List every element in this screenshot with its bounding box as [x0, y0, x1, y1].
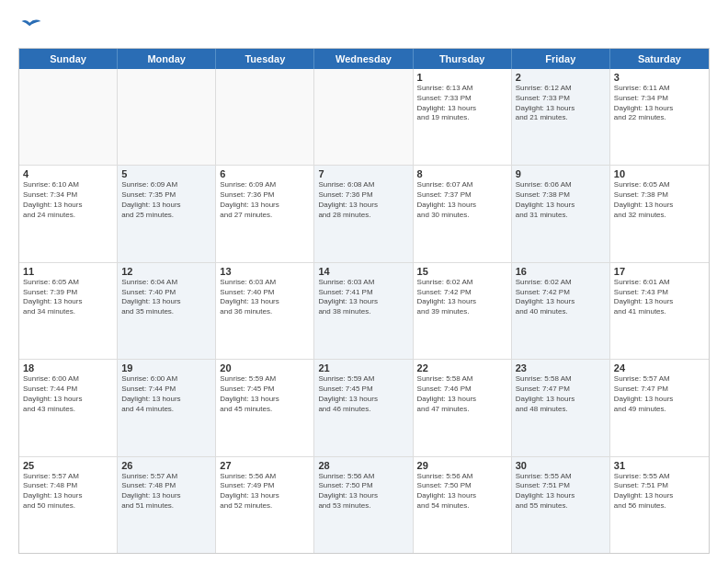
cell-line: and 39 minutes.: [417, 307, 507, 317]
day-number: 20: [220, 362, 310, 373]
day-number: 12: [121, 266, 211, 277]
cell-line: Sunset: 7:40 PM: [121, 288, 211, 298]
calendar-row-0: 1Sunrise: 6:13 AMSunset: 7:33 PMDaylight…: [19, 69, 709, 166]
cell-line: Sunrise: 6:03 AM: [220, 278, 310, 288]
cell-line: Sunset: 7:47 PM: [516, 385, 606, 395]
cell-line: and 24 minutes.: [23, 211, 113, 221]
cell-line: Sunset: 7:45 PM: [318, 385, 408, 395]
cell-line: Daylight: 13 hours: [318, 201, 408, 211]
cell-line: Sunset: 7:33 PM: [516, 94, 606, 104]
cell-line: Sunrise: 6:01 AM: [614, 278, 705, 288]
cell-line: Daylight: 13 hours: [516, 104, 606, 114]
cell-line: Daylight: 13 hours: [516, 395, 606, 405]
cell-line: and 41 minutes.: [614, 307, 705, 317]
cell-line: Sunset: 7:48 PM: [23, 481, 113, 491]
calendar-cell-r1c6: 10Sunrise: 6:05 AMSunset: 7:38 PMDayligh…: [610, 166, 709, 261]
calendar-cell-r2c5: 16Sunrise: 6:02 AMSunset: 7:42 PMDayligh…: [512, 263, 610, 359]
cell-line: Sunrise: 6:10 AM: [23, 180, 113, 190]
calendar-cell-r4c1: 26Sunrise: 5:57 AMSunset: 7:48 PMDayligh…: [118, 457, 216, 553]
calendar-cell-r0c5: 2Sunrise: 6:12 AMSunset: 7:33 PMDaylight…: [512, 69, 610, 165]
cell-line: Daylight: 13 hours: [614, 491, 705, 501]
calendar-cell-r3c2: 20Sunrise: 5:59 AMSunset: 7:45 PMDayligh…: [216, 360, 314, 455]
calendar-cell-r2c2: 13Sunrise: 6:03 AMSunset: 7:40 PMDayligh…: [216, 263, 314, 359]
calendar-cell-r0c0: [19, 69, 118, 165]
cell-line: and 32 minutes.: [614, 211, 705, 221]
cell-line: Sunrise: 6:08 AM: [318, 180, 408, 190]
cell-line: and 27 minutes.: [220, 211, 310, 221]
cell-line: and 54 minutes.: [417, 501, 507, 511]
cell-line: Daylight: 13 hours: [417, 297, 507, 307]
calendar-cell-r1c4: 8Sunrise: 6:07 AMSunset: 7:37 PMDaylight…: [414, 166, 512, 261]
calendar-cell-r2c1: 12Sunrise: 6:04 AMSunset: 7:40 PMDayligh…: [118, 263, 216, 359]
calendar-cell-r3c3: 21Sunrise: 5:59 AMSunset: 7:45 PMDayligh…: [314, 360, 413, 455]
cell-line: Sunset: 7:37 PM: [417, 190, 507, 201]
logo-icon: [18, 15, 44, 40]
calendar-cell-r3c4: 22Sunrise: 5:58 AMSunset: 7:46 PMDayligh…: [414, 360, 512, 455]
calendar-cell-r4c6: 31Sunrise: 5:55 AMSunset: 7:51 PMDayligh…: [610, 457, 709, 553]
cell-line: Sunrise: 5:56 AM: [220, 472, 310, 482]
cell-line: Daylight: 13 hours: [614, 201, 705, 211]
cell-line: Sunset: 7:38 PM: [516, 190, 606, 201]
day-number: 14: [318, 266, 408, 277]
calendar-cell-r1c5: 9Sunrise: 6:06 AMSunset: 7:38 PMDaylight…: [512, 166, 610, 261]
calendar-cell-r1c3: 7Sunrise: 6:08 AMSunset: 7:36 PMDaylight…: [314, 166, 413, 261]
cell-line: and 40 minutes.: [516, 307, 606, 317]
cell-line: Sunset: 7:34 PM: [23, 190, 113, 201]
cell-line: Daylight: 13 hours: [417, 491, 507, 501]
day-number: 23: [516, 362, 606, 373]
cell-line: Sunrise: 6:00 AM: [23, 374, 113, 385]
cell-line: Daylight: 13 hours: [516, 297, 606, 307]
day-number: 22: [417, 362, 507, 373]
calendar-cell-r0c6: 3Sunrise: 6:11 AMSunset: 7:34 PMDaylight…: [610, 69, 709, 165]
day-number: 28: [318, 460, 408, 471]
day-number: 8: [417, 168, 507, 179]
calendar-row-2: 11Sunrise: 6:05 AMSunset: 7:39 PMDayligh…: [19, 263, 709, 360]
calendar-cell-r3c1: 19Sunrise: 6:00 AMSunset: 7:44 PMDayligh…: [118, 360, 216, 455]
cell-line: Sunset: 7:49 PM: [220, 481, 310, 491]
cell-line: Daylight: 13 hours: [23, 201, 113, 211]
day-number: 25: [23, 460, 113, 471]
svg-rect-0: [18, 15, 44, 40]
cell-line: Sunrise: 5:55 AM: [614, 472, 705, 482]
cell-line: Daylight: 13 hours: [220, 395, 310, 405]
calendar-row-4: 25Sunrise: 5:57 AMSunset: 7:48 PMDayligh…: [19, 457, 709, 553]
cell-line: and 52 minutes.: [220, 501, 310, 511]
cell-line: Daylight: 13 hours: [417, 104, 507, 114]
cell-line: Daylight: 13 hours: [614, 104, 705, 114]
day-number: 6: [220, 168, 310, 179]
cell-line: and 34 minutes.: [23, 307, 113, 317]
calendar-cell-r2c6: 17Sunrise: 6:01 AMSunset: 7:43 PMDayligh…: [610, 263, 709, 359]
calendar-cell-r3c0: 18Sunrise: 6:00 AMSunset: 7:44 PMDayligh…: [19, 360, 118, 455]
cell-line: Sunset: 7:39 PM: [23, 288, 113, 298]
weekday-header-friday: Friday: [512, 49, 610, 69]
cell-line: Daylight: 13 hours: [318, 491, 408, 501]
cell-line: Sunset: 7:33 PM: [417, 94, 507, 104]
cell-line: Sunset: 7:50 PM: [417, 481, 507, 491]
calendar-cell-r0c3: [314, 69, 413, 165]
cell-line: and 25 minutes.: [121, 211, 211, 221]
cell-line: Daylight: 13 hours: [516, 201, 606, 211]
cell-line: Daylight: 13 hours: [121, 201, 211, 211]
weekday-header-saturday: Saturday: [610, 49, 709, 69]
cell-line: Daylight: 13 hours: [220, 297, 310, 307]
cell-line: and 31 minutes.: [516, 211, 606, 221]
cell-line: Sunset: 7:44 PM: [23, 385, 113, 395]
day-number: 11: [23, 266, 113, 277]
calendar-header-row: SundayMondayTuesdayWednesdayThursdayFrid…: [19, 49, 709, 69]
day-number: 18: [23, 362, 113, 373]
cell-line: Sunrise: 6:13 AM: [417, 84, 507, 94]
cell-line: and 21 minutes.: [516, 113, 606, 123]
cell-line: Daylight: 13 hours: [121, 395, 211, 405]
cell-line: Sunrise: 5:58 AM: [516, 374, 606, 385]
calendar-cell-r2c4: 15Sunrise: 6:02 AMSunset: 7:42 PMDayligh…: [414, 263, 512, 359]
cell-line: and 45 minutes.: [220, 405, 310, 415]
cell-line: Sunrise: 5:56 AM: [318, 472, 408, 482]
day-number: 21: [318, 362, 408, 373]
calendar-cell-r4c0: 25Sunrise: 5:57 AMSunset: 7:48 PMDayligh…: [19, 457, 118, 553]
calendar-cell-r0c1: [118, 69, 216, 165]
calendar-cell-r2c0: 11Sunrise: 6:05 AMSunset: 7:39 PMDayligh…: [19, 263, 118, 359]
cell-line: Sunset: 7:51 PM: [516, 481, 606, 491]
cell-line: Daylight: 13 hours: [614, 297, 705, 307]
cell-line: Sunrise: 6:06 AM: [516, 180, 606, 190]
cell-line: and 30 minutes.: [417, 211, 507, 221]
